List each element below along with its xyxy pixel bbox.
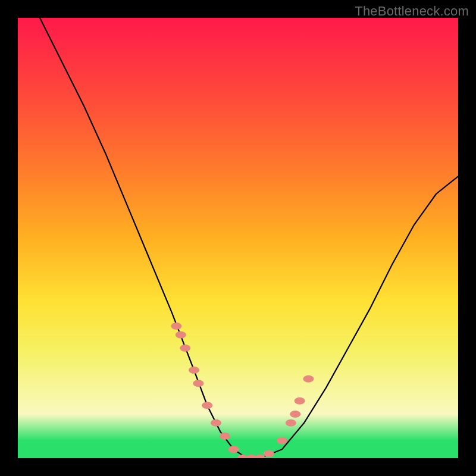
curve-marker [171, 322, 181, 330]
curve-marker [189, 367, 199, 374]
curve-marker [255, 455, 265, 458]
watermark-text: TheBottleneck.com [355, 4, 469, 19]
curve-marker [290, 411, 300, 418]
chart-plot-area [18, 18, 458, 458]
curve-marker [211, 419, 221, 427]
curve-marker [193, 380, 203, 387]
chart-frame: TheBottleneck.com [0, 0, 476, 476]
curve-marker [295, 397, 305, 405]
curve-marker [303, 375, 314, 383]
curve-marker [202, 402, 212, 409]
curve-marker [180, 345, 190, 352]
bottleneck-curve [40, 18, 458, 458]
curve-marker [264, 450, 274, 458]
curve-marker [176, 331, 186, 339]
bottleneck-curve-svg [18, 18, 458, 458]
curve-marker [277, 437, 287, 444]
curve-marker [228, 446, 239, 453]
curve-marker [286, 419, 296, 427]
curve-marker [220, 433, 230, 440]
